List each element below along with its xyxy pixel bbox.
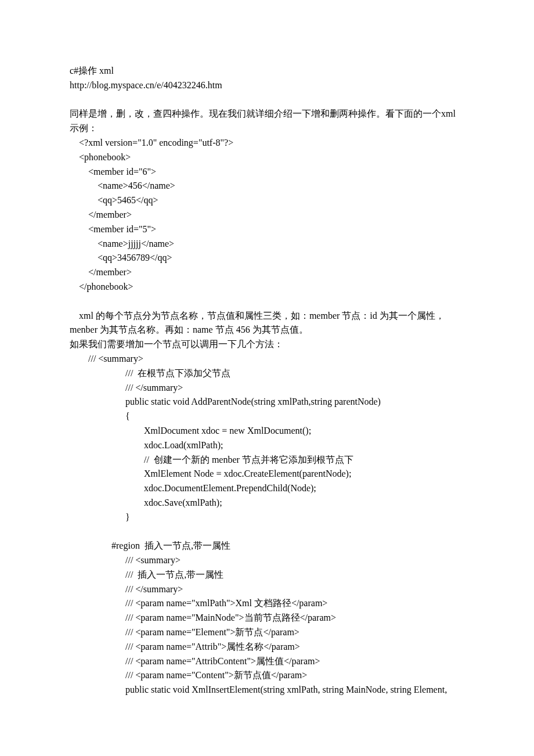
xml-member2-close: </member> bbox=[70, 265, 464, 280]
explanation-1: xml 的每个节点分为节点名称，节点值和属性三类，如：member 节点：id … bbox=[70, 309, 464, 338]
code1-summary-open: /// <summary> bbox=[70, 352, 464, 366]
xml-declaration: <?xml version="1.0" encoding="utf-8"?> bbox=[70, 136, 464, 150]
code2-region: #region 插入一节点,带一属性 bbox=[70, 539, 464, 553]
xml-member1-close: </member> bbox=[70, 208, 464, 222]
code1-brace-open: { bbox=[70, 409, 464, 424]
code1-new-xmldoc: XmlDocument xdoc = new XmlDocument(); bbox=[70, 424, 464, 438]
code2-param-content: /// <param name="Content">新节点值</param> bbox=[70, 668, 464, 683]
xml-member2-qq: <qq>3456789</qq> bbox=[70, 251, 464, 265]
title: c#操作 xml bbox=[70, 64, 464, 78]
xml-member1-open: <member id="6"> bbox=[70, 165, 464, 179]
code1-create-element: XmlElement Node = xdoc.CreateElement(par… bbox=[70, 467, 464, 481]
document-page: c#操作 xml http://blog.myspace.cn/e/404232… bbox=[0, 0, 534, 732]
code1-summary-close: /// </summary> bbox=[70, 381, 464, 395]
xml-member1-name: <name>456</name> bbox=[70, 179, 464, 193]
code1-brace-close: } bbox=[70, 510, 464, 525]
code1-save: xdoc.Save(xmlPath); bbox=[70, 496, 464, 510]
intro-paragraph: 同样是增，删，改，查四种操作。现在我们就详细介绍一下增和删两种操作。看下面的一个… bbox=[70, 107, 464, 136]
xml-member2-name: <name>jjjjj</name> bbox=[70, 237, 464, 251]
code2-summary-open: /// <summary> bbox=[70, 553, 464, 568]
code2-summary-close: /// </summary> bbox=[70, 582, 464, 597]
xml-member1-qq: <qq>5465</qq> bbox=[70, 193, 464, 208]
code2-signature: public static void XmlInsertElement(stri… bbox=[70, 683, 464, 697]
code2-param-attrib: /// <param name="Attrib">属性名称</param> bbox=[70, 640, 464, 654]
code1-load: xdoc.Load(xmlPath); bbox=[70, 438, 464, 453]
xml-member2-open: <member id="5"> bbox=[70, 222, 464, 237]
code2-param-attribcontent: /// <param name="AttribContent">属性值</par… bbox=[70, 654, 464, 669]
code1-signature: public static void AddParentNode(string … bbox=[70, 395, 464, 409]
code1-prepend: xdoc.DocumentElement.PrependChild(Node); bbox=[70, 481, 464, 496]
code1-comment: // 创建一个新的 menber 节点并将它添加到根节点下 bbox=[70, 453, 464, 467]
source-url: http://blog.myspace.cn/e/404232246.htm bbox=[70, 78, 464, 93]
code2-param-element: /// <param name="Element">新节点</param> bbox=[70, 625, 464, 640]
xml-root-close: </phonebook> bbox=[70, 280, 464, 294]
code2-param-mainnode: /// <param name="MainNode">当前节点路径</param… bbox=[70, 611, 464, 625]
code2-summary-text: /// 插入一节点,带一属性 bbox=[70, 568, 464, 582]
explanation-2: 如果我们需要增加一个节点可以调用一下几个方法： bbox=[70, 337, 464, 352]
code1-summary-text: /// 在根节点下添加父节点 bbox=[70, 366, 464, 381]
xml-root-open: <phonebook> bbox=[70, 150, 464, 165]
code2-param-xmlpath: /// <param name="xmlPath">Xml 文档路径</para… bbox=[70, 596, 464, 611]
